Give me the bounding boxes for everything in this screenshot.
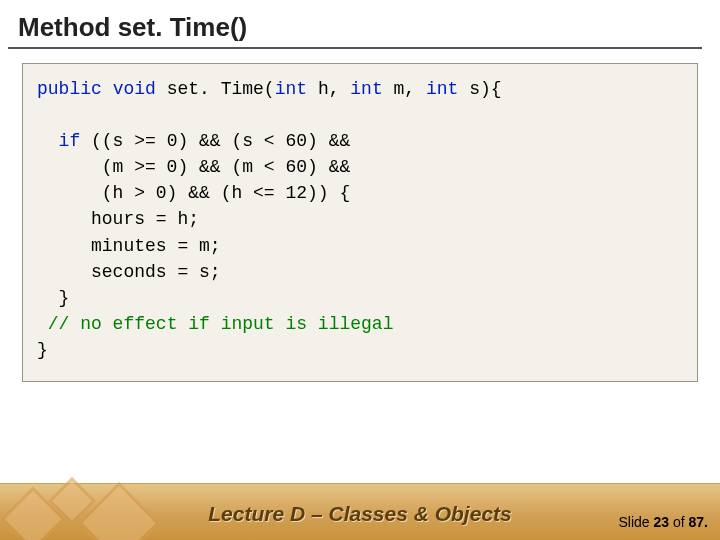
lecture-title: Lecture D – Classes & Objects xyxy=(0,502,720,526)
code-text: seconds = s; xyxy=(37,262,221,282)
keyword-int: int xyxy=(350,79,382,99)
keyword-int: int xyxy=(426,79,458,99)
slide-label-mid: of xyxy=(669,514,688,530)
code-text: } xyxy=(37,288,69,308)
slide-title: Method set. Time() xyxy=(0,0,720,47)
slide-current: 23 xyxy=(653,514,669,530)
code-block: public void set. Time(int h, int m, int … xyxy=(37,76,683,363)
code-text xyxy=(37,314,48,334)
slide-number: Slide 23 of 87. xyxy=(618,514,708,530)
keyword-public: public xyxy=(37,79,102,99)
code-text: hours = h; xyxy=(37,209,199,229)
code-text xyxy=(37,131,59,151)
code-box: public void set. Time(int h, int m, int … xyxy=(22,63,698,382)
code-text: ((s >= 0) && (s < 60) && xyxy=(80,131,350,151)
code-text: set. Time( xyxy=(156,79,275,99)
code-text: minutes = m; xyxy=(37,236,221,256)
keyword-void: void xyxy=(113,79,156,99)
code-text: s){ xyxy=(458,79,501,99)
code-text: m, xyxy=(383,79,426,99)
slide-label-prefix: Slide xyxy=(618,514,653,530)
code-text: (h > 0) && (h <= 12)) { xyxy=(37,183,350,203)
keyword-int: int xyxy=(275,79,307,99)
code-text: (m >= 0) && (m < 60) && xyxy=(37,157,350,177)
slide-total: 87. xyxy=(689,514,708,530)
code-text xyxy=(102,79,113,99)
slide: Method set. Time() public void set. Time… xyxy=(0,0,720,540)
keyword-if: if xyxy=(59,131,81,151)
code-text: h, xyxy=(307,79,350,99)
slide-footer: Lecture D – Classes & Objects Slide 23 o… xyxy=(0,483,720,540)
code-text: } xyxy=(37,340,48,360)
title-underline xyxy=(8,47,702,49)
code-comment: // no effect if input is illegal xyxy=(48,314,394,334)
